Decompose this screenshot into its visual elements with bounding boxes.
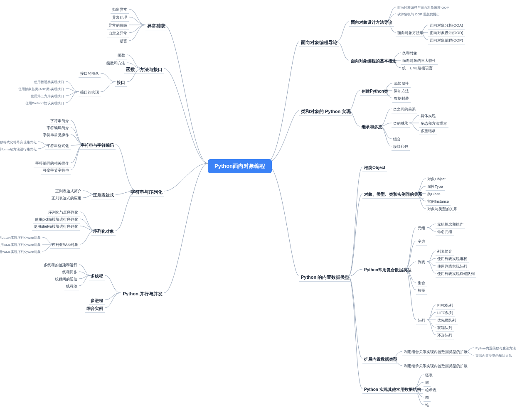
- leaf: 哈希表: [424, 387, 438, 394]
- leaf: 添加属性: [392, 80, 411, 88]
- node-str-enc[interactable]: 字符串与字符编码: [79, 142, 116, 150]
- leaf: 异常的层级: [107, 22, 129, 29]
- leaf: 使用列表实现双端队列: [436, 270, 476, 278]
- leaf: 元组概念和操作: [436, 221, 465, 228]
- node-methodology[interactable]: 面向对象方法学: [396, 29, 425, 37]
- node-extend[interactable]: 扩展内置数据类型: [362, 356, 399, 363]
- node-compose-ext[interactable]: 利用组合关系实现内置数据类型的扩展: [402, 349, 469, 356]
- leaf: 类和对象: [401, 50, 419, 57]
- node-list[interactable]: 列表: [416, 259, 427, 266]
- leaf: 字符串简介: [49, 118, 71, 125]
- leaf: 对象与类型的关系: [426, 206, 459, 213]
- node-queue[interactable]: 队列: [416, 317, 427, 324]
- leaf: 面向对象的三大特性: [401, 57, 438, 65]
- leaf: 数据封装: [392, 95, 411, 103]
- leaf: 图: [424, 394, 431, 402]
- node-other-ds[interactable]: Python 实现其他常用数据结构: [362, 386, 423, 394]
- leaf: 字符编码简介: [45, 125, 71, 132]
- leaf: 重写内置类型的魔法方法: [474, 353, 514, 359]
- node-fmt[interactable]: 字符串格式化: [45, 142, 71, 150]
- node-builtin[interactable]: Python 的内置数据类型: [299, 273, 351, 282]
- leaf: 使用pickle模块进行序列化: [33, 216, 80, 223]
- leaf: 字符编码的相关操作: [34, 160, 71, 167]
- leaf: 序列化与反序列化: [47, 209, 80, 216]
- node-oop-intro[interactable]: 面向对象编程导论: [299, 39, 339, 47]
- node-compound[interactable]: Python常用复合数据类型: [362, 266, 413, 274]
- node-concur[interactable]: Python 并行与并发: [121, 290, 164, 298]
- leaf: 具体实现: [419, 113, 437, 120]
- leaf: 枚举: [416, 287, 427, 295]
- leaf: 添加方法: [392, 88, 411, 95]
- leaf: 多线程的创建和运行: [42, 262, 79, 269]
- leaf: 面向对象分析(OOA): [428, 22, 465, 29]
- leaf: 多态和方法重写: [419, 120, 448, 128]
- node-serial[interactable]: 序列化对象: [91, 228, 116, 236]
- node-string[interactable]: 字符串与序列化: [129, 188, 164, 196]
- leaf: 使用XML实现序列化Web对象: [0, 242, 42, 248]
- leaf: 堆: [424, 402, 431, 409]
- leaf: 使用列表实现堆栈: [436, 255, 469, 263]
- leaf: 属性Type: [426, 183, 445, 191]
- leaf: 线程间的通信: [53, 276, 79, 283]
- node-interface[interactable]: 接口: [115, 79, 127, 87]
- node-basic-concept[interactable]: 面向对象编程的基本概念: [349, 57, 398, 65]
- leaf: 线程池: [64, 283, 79, 290]
- leaf: 正则表达式简介: [54, 188, 83, 195]
- node-impl[interactable]: 接口的实现: [79, 89, 101, 96]
- leaf: 命名元组: [436, 228, 454, 236]
- leaf: FIFO队列: [436, 302, 455, 309]
- leaf: 面向过程编程与面向对象编程 OOP: [396, 5, 451, 11]
- leaf: 面向对象编程(OOP): [428, 37, 465, 44]
- leaf: 使用YAML实现序列化Web对象: [0, 249, 42, 255]
- node-class-impl[interactable]: 类和对象的 Python 实现: [299, 108, 352, 116]
- leaf: 异常处理: [111, 14, 129, 22]
- leaf: 使用Protocol协议实现接口: [24, 100, 66, 106]
- leaf: 使用列表实现队列: [436, 263, 469, 270]
- node-tuple[interactable]: 元组: [416, 225, 427, 232]
- leaf: 使用JSON实现序列化Web对象: [0, 235, 42, 241]
- leaf: 根类Object: [362, 164, 387, 172]
- leaf: 利用继承关系实现内置数据类型的扩展: [402, 363, 469, 370]
- node-func[interactable]: 函数、方法与接口: [124, 66, 164, 74]
- leaf: 使用第三方库实现接口: [29, 93, 66, 99]
- node-regex[interactable]: 正则表达式: [91, 191, 116, 199]
- leaf: 类Class: [426, 191, 442, 198]
- leaf: 树: [424, 379, 431, 387]
- leaf: 字典: [416, 238, 427, 246]
- leaf: 双端队列: [436, 324, 454, 332]
- node-thread[interactable]: 多线程: [89, 273, 105, 280]
- leaf: 使用format()方法进行格式化: [0, 146, 38, 152]
- leaf: 模块和包: [392, 143, 410, 151]
- leaf: 列表简介: [436, 248, 454, 255]
- leaf: 组合: [392, 136, 402, 143]
- node-inherit[interactable]: 继承和多态: [360, 123, 384, 131]
- root-node[interactable]: Python面向对象编程: [208, 159, 272, 173]
- leaf: 可变字节字符串: [41, 167, 71, 174]
- leaf: 正则表达式的应用: [50, 195, 83, 202]
- leaf: 优先级队列: [436, 317, 458, 324]
- node-class-inherit[interactable]: 类的继承: [392, 120, 410, 128]
- leaf: 多进程: [89, 297, 105, 305]
- node-create-class[interactable]: 创建Python类: [360, 88, 390, 96]
- leaf: 函数和方法: [105, 60, 127, 67]
- node-exception[interactable]: 异常捕获: [145, 22, 167, 30]
- leaf: 抛出异常: [111, 6, 129, 14]
- node-web[interactable]: 序列化Web对象: [50, 241, 80, 249]
- leaf: 多重继承: [419, 128, 437, 135]
- leaf: 使用Print函数格式化符号实现格式化: [0, 139, 38, 145]
- leaf: 使用shelve模块进行序列化: [32, 223, 80, 231]
- node-obj-type[interactable]: 对象、类型、类和实例间的关系: [362, 191, 424, 199]
- leaf: 使用抽象基类(ABC类)实现接口: [17, 86, 66, 92]
- leaf: LIFO队列: [436, 309, 455, 317]
- leaf: 线程同步: [61, 269, 79, 276]
- leaf: 字符串常见操作: [41, 132, 71, 139]
- leaf: 接口的概念: [79, 70, 101, 78]
- leaf: 自定义异常: [107, 30, 129, 37]
- leaf: 实例Instance: [426, 198, 451, 206]
- leaf: 链表: [424, 372, 434, 379]
- leaf: 使用普通类实现接口: [32, 79, 66, 85]
- leaf: 综合实例: [85, 305, 105, 313]
- leaf: 断言: [118, 38, 129, 45]
- node-design-intro[interactable]: 面向对象设计方法导论: [349, 19, 394, 27]
- leaf: 面向对象设计(OOD): [428, 29, 465, 37]
